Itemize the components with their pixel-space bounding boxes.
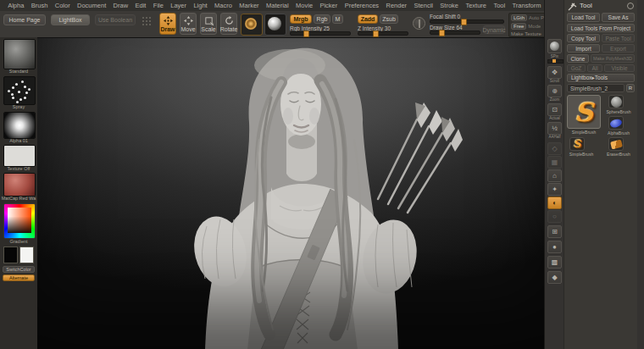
rgb-intensity-slider[interactable]: Rgb Intensity 25 (290, 25, 351, 36)
tool-r-button[interactable]: R (626, 84, 635, 92)
menu-preferences[interactable]: Preferences (341, 2, 382, 9)
rgb-intensity-handle[interactable] (303, 30, 309, 37)
menu-color[interactable]: Color (52, 2, 74, 9)
frame-button[interactable]: ⊞ (547, 225, 562, 238)
current-texture-thumb[interactable] (3, 145, 36, 167)
spix-slider[interactable] (547, 59, 564, 64)
alternate-button[interactable]: Alternate (3, 274, 35, 281)
ghost-button[interactable]: ○ (547, 210, 562, 223)
transp-button[interactable]: ◐ (547, 197, 562, 209)
current-stroke-thumb[interactable] (3, 76, 36, 105)
load-tools-from-project-button[interactable]: Load Tools From Project (567, 24, 635, 32)
active-tool-name[interactable]: SimpleBrush_2 (567, 84, 625, 92)
camera-lgth-button[interactable]: LGth (511, 14, 527, 21)
switch-color-button[interactable]: SwitchColor (3, 266, 35, 273)
bpr-render-button[interactable] (547, 39, 562, 53)
zadd-button[interactable]: Zadd (358, 14, 378, 24)
draw-mode-button[interactable]: Draw (159, 13, 176, 35)
m-button[interactable]: M (332, 14, 343, 24)
paste-tool-button[interactable]: Paste Tool (602, 34, 635, 42)
menu-light[interactable]: Light (190, 2, 211, 9)
menu-layer[interactable]: Layer (167, 2, 190, 9)
zbrush-window: Alpha Brush Color Document Draw Edit Fil… (0, 0, 644, 349)
load-tool-button[interactable]: Load Tool (567, 13, 600, 22)
menu-tool[interactable]: Tool (490, 2, 508, 9)
menu-material[interactable]: Material (263, 2, 292, 9)
current-material-button[interactable] (264, 14, 286, 36)
menu-stroke[interactable]: Stroke (436, 2, 462, 9)
tool-thumb-eraserbrush[interactable] (608, 137, 624, 151)
gradient-label[interactable]: Gradient (0, 239, 37, 244)
make-texture-button[interactable]: Make Texture (511, 31, 541, 36)
zoom-button[interactable]: ⊕ (547, 85, 562, 97)
copy-tool-button[interactable]: Copy Tool (567, 34, 600, 42)
menu-alpha[interactable]: Alpha (4, 2, 28, 9)
zsub-button[interactable]: Zsub (380, 14, 398, 24)
document-canvas[interactable] (37, 37, 544, 349)
move-label: Move (180, 26, 195, 32)
polyframe-button[interactable]: ▩ (547, 256, 562, 269)
home-page-button[interactable]: Home Page (3, 14, 46, 25)
sat-val-square[interactable] (8, 208, 31, 233)
sculptris-pro-button[interactable] (241, 14, 263, 36)
floor-button[interactable]: ▦ (547, 156, 562, 169)
current-material-thumb[interactable] (3, 173, 36, 197)
menu-marker[interactable]: Marker (236, 2, 263, 9)
local-button[interactable]: ⌂ (547, 169, 562, 182)
gyro-icon[interactable] (413, 17, 425, 30)
camera-free-button[interactable]: Free (511, 23, 526, 30)
menu-render[interactable]: Render (382, 2, 410, 9)
menu-texture[interactable]: Texture (462, 2, 490, 9)
move-mode-button[interactable]: Move (180, 13, 197, 35)
scroll-button[interactable]: ✥ (547, 66, 562, 79)
lightbox-tools-button[interactable]: Lightbox▸Tools (567, 74, 635, 82)
import-button[interactable]: Import (567, 44, 600, 53)
palette-menu-icon[interactable] (627, 3, 634, 9)
color-picker[interactable] (3, 203, 36, 239)
aahalf-button[interactable]: ½ (547, 122, 562, 135)
menu-movie[interactable]: Movie (292, 2, 316, 9)
rotate-mode-button[interactable]: Rotate (220, 13, 237, 35)
menu-transform[interactable]: Transform (508, 2, 544, 9)
menu-brush[interactable]: Brush (28, 2, 52, 9)
save-as-button[interactable]: Save As (602, 13, 635, 22)
dynamic-button[interactable]: Dynamic (483, 25, 505, 34)
tool-thumb-spherebrush[interactable] (608, 95, 624, 108)
actual-button[interactable]: ⊡ (547, 103, 562, 116)
goz-all-button[interactable]: All (587, 64, 602, 72)
current-brush-thumb[interactable] (3, 39, 36, 69)
tool-thumb-simplebrush-selected[interactable]: S (567, 95, 601, 129)
scale-mode-button[interactable]: Scale (200, 13, 217, 35)
mrgb-button[interactable]: Mrgb (290, 14, 312, 24)
model-blouse (205, 184, 398, 349)
menu-document[interactable]: Document (74, 2, 110, 9)
goz-button[interactable]: GoZ (567, 64, 586, 72)
lsym-button[interactable]: ✦ (547, 183, 562, 196)
persp-button[interactable]: ◇ (547, 142, 562, 155)
z-intensity-slider[interactable]: Z Intensity 30 (358, 25, 408, 36)
solo-button[interactable]: ● (547, 241, 562, 253)
tool-thumb-simplebrush-small[interactable]: S (569, 137, 585, 151)
secondary-color-swatch[interactable] (19, 247, 34, 263)
silhouette-button[interactable]: ◆ (547, 271, 562, 284)
menu-macro[interactable]: Macro (211, 2, 236, 9)
menu-stencil[interactable]: Stencil (410, 2, 436, 9)
current-alpha-thumb[interactable] (3, 112, 36, 139)
menu-picker[interactable]: Picker (316, 2, 341, 9)
menu-draw[interactable]: Draw (109, 2, 131, 9)
make-polymesh3d-button[interactable]: Make PolyMesh3D (591, 54, 635, 63)
menu-edit[interactable]: Edit (131, 2, 149, 9)
clone-button[interactable]: Clone (567, 54, 589, 63)
use-boolean-toggle[interactable]: Use Boolean (95, 14, 136, 25)
tool-thumb-alphabrush[interactable] (608, 116, 624, 130)
focal-shift-slider[interactable]: Focal Shift 0 (430, 14, 504, 24)
main-color-swatch[interactable] (3, 247, 18, 263)
draw-size-handle[interactable] (439, 30, 445, 36)
goz-visible-button[interactable]: Visible (604, 64, 635, 72)
draw-size-slider[interactable]: Draw Size 64 (430, 25, 480, 35)
lightbox-button[interactable]: LightBox (51, 14, 90, 25)
z-intensity-handle[interactable] (373, 30, 379, 37)
export-button[interactable]: Export (602, 44, 635, 53)
rgb-button[interactable]: Rgb (314, 14, 330, 24)
menu-file[interactable]: File (150, 2, 167, 9)
